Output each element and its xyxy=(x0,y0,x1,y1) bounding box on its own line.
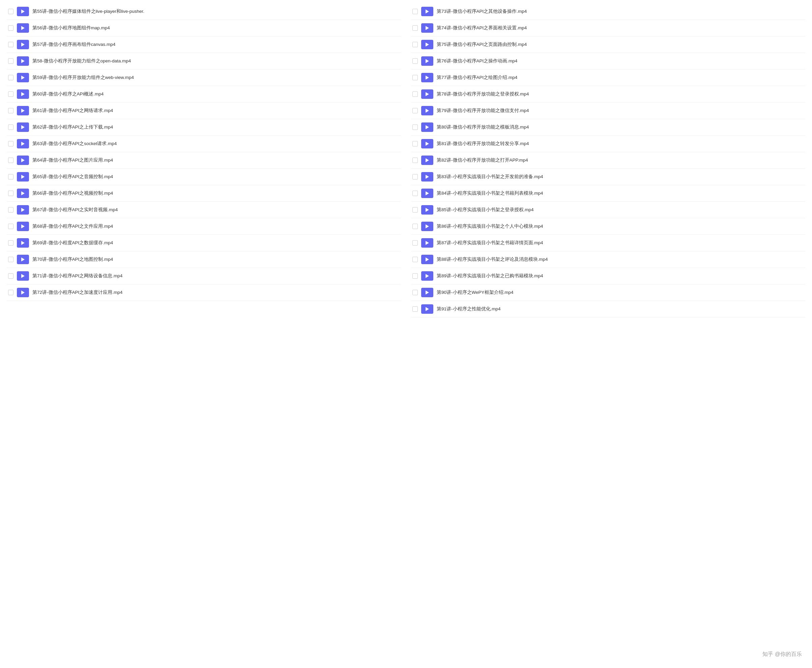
checkbox[interactable] xyxy=(8,58,13,64)
item-label[interactable]: 第65讲-微信小程序API之音频控制.mp4 xyxy=(32,174,113,180)
item-label[interactable]: 第61讲-微信小程序API之网络请求.mp4 xyxy=(32,108,113,114)
checkbox[interactable] xyxy=(8,75,13,80)
checkbox[interactable] xyxy=(8,273,13,279)
item-label[interactable]: 第62讲-微信小程序API之上传下载.mp4 xyxy=(32,124,113,130)
item-label[interactable]: 第56讲-微信小程序地图组件map.mp4 xyxy=(32,25,110,32)
video-icon xyxy=(17,155,29,165)
checkbox[interactable] xyxy=(8,257,13,262)
item-label[interactable]: 第74讲-微信小程序API之界面相关设置.mp4 xyxy=(437,25,527,32)
item-label[interactable]: 第72讲-微信小程序API之加速度计应用.mp4 xyxy=(32,289,122,296)
list-item: 第80讲-微信小程序开放功能之模板消息.mp4 xyxy=(411,119,805,135)
item-label[interactable]: 第69讲-微信小程度API之数据缓存.mp4 xyxy=(32,240,113,246)
checkbox[interactable] xyxy=(8,125,13,130)
checkbox[interactable] xyxy=(8,190,13,196)
list-item: 第74讲-微信小程序API之界面相关设置.mp4 xyxy=(411,20,805,37)
item-label[interactable]: 第66讲-微信小程序API之视频控制.mp4 xyxy=(32,190,113,197)
item-label[interactable]: 第68讲-微信小程序API之文件应用.mp4 xyxy=(32,223,113,230)
item-label[interactable]: 第84讲-小程序实战项目小书架之书籍列表模块.mp4 xyxy=(437,190,543,197)
checkbox[interactable] xyxy=(8,174,13,179)
checkbox[interactable] xyxy=(412,141,418,147)
item-label[interactable]: 第91讲-小程序之性能优化.mp4 xyxy=(437,306,501,312)
item-label[interactable]: 第59讲-微信小程序开放能力组件之web-view.mp4 xyxy=(32,75,134,81)
list-item: 第71讲-微信小程序API之网络设备信息.mp4 xyxy=(7,268,401,284)
checkbox[interactable] xyxy=(412,58,418,64)
item-label[interactable]: 第83讲-小程序实战项目小书架之开发前的准备.mp4 xyxy=(437,174,543,180)
item-label[interactable]: 第55讲-微信小程序媒体组件之live-player和live-pusher. xyxy=(32,8,144,15)
list-item: 第77讲-微信小程序API之绘图介绍.mp4 xyxy=(411,70,805,86)
checkbox[interactable] xyxy=(412,125,418,130)
list-item: 第87讲-小程序实战项目小书架之书籍详情页面.mp4 xyxy=(411,235,805,251)
item-label[interactable]: 第58-微信小程序开放能力组件之open-data.mp4 xyxy=(32,58,131,64)
video-icon xyxy=(421,7,434,16)
checkbox[interactable] xyxy=(412,306,418,312)
video-icon xyxy=(421,73,434,82)
checkbox[interactable] xyxy=(412,224,418,229)
item-label[interactable]: 第67讲-微信小程序API之实时音视频.mp4 xyxy=(32,207,118,213)
video-icon xyxy=(17,7,29,16)
checkbox[interactable] xyxy=(8,42,13,47)
item-label[interactable]: 第89讲-小程序实战项目小书架之已购书籍模块.mp4 xyxy=(437,273,543,279)
list-item: 第68讲-微信小程序API之文件应用.mp4 xyxy=(7,218,401,235)
checkbox[interactable] xyxy=(8,25,13,31)
checkbox[interactable] xyxy=(412,92,418,97)
checkbox[interactable] xyxy=(412,108,418,114)
list-item: 第66讲-微信小程序API之视频控制.mp4 xyxy=(7,185,401,202)
checkbox[interactable] xyxy=(8,224,13,229)
checkbox[interactable] xyxy=(412,174,418,179)
checkbox[interactable] xyxy=(412,157,418,163)
checkbox[interactable] xyxy=(412,290,418,295)
item-label[interactable]: 第78讲-微信小程序开放功能之登录授权.mp4 xyxy=(437,91,529,97)
item-label[interactable]: 第73讲-微信小程序API之其他设备操作.mp4 xyxy=(437,8,527,15)
checkbox[interactable] xyxy=(8,157,13,163)
item-label[interactable]: 第85讲-小程序实战项目小书架之登录授权.mp4 xyxy=(437,207,534,213)
item-label[interactable]: 第81讲-微信小程序开放功能之转发分享.mp4 xyxy=(437,141,529,147)
item-label[interactable]: 第90讲-小程序之WePY框架介绍.mp4 xyxy=(437,289,514,296)
checkbox[interactable] xyxy=(412,190,418,196)
checkbox[interactable] xyxy=(8,9,13,14)
video-icon xyxy=(421,56,434,66)
video-icon xyxy=(421,189,434,198)
item-label[interactable]: 第71讲-微信小程序API之网络设备信息.mp4 xyxy=(32,273,122,279)
video-icon xyxy=(421,89,434,99)
list-item: 第62讲-微信小程序API之上传下载.mp4 xyxy=(7,119,401,135)
checkbox[interactable] xyxy=(412,240,418,245)
checkbox[interactable] xyxy=(8,141,13,147)
list-item: 第67讲-微信小程序API之实时音视频.mp4 xyxy=(7,202,401,218)
item-label[interactable]: 第64讲-微信小程序API之图片应用.mp4 xyxy=(32,157,113,164)
item-label[interactable]: 第57讲-微信小程序画布组件canvas.mp4 xyxy=(32,42,115,48)
video-icon xyxy=(17,222,29,231)
item-label[interactable]: 第70讲-微信小程序API之地图控制.mp4 xyxy=(32,256,113,263)
checkbox[interactable] xyxy=(412,42,418,47)
checkbox[interactable] xyxy=(412,273,418,279)
list-item: 第70讲-微信小程序API之地图控制.mp4 xyxy=(7,251,401,268)
checkbox[interactable] xyxy=(412,25,418,31)
checkbox[interactable] xyxy=(412,9,418,14)
checkbox[interactable] xyxy=(412,207,418,212)
checkbox[interactable] xyxy=(412,257,418,262)
item-label[interactable]: 第82讲-微信小程序开放功能之打开APP.mp4 xyxy=(437,157,528,164)
video-icon xyxy=(17,189,29,198)
list-item: 第89讲-小程序实战项目小书架之已购书籍模块.mp4 xyxy=(411,268,805,284)
checkbox[interactable] xyxy=(8,240,13,245)
video-icon xyxy=(17,40,29,49)
item-label[interactable]: 第63讲-微信小程序API之socket请求.mp4 xyxy=(32,141,117,147)
item-label[interactable]: 第86讲-小程序实战项目小书架之个人中心模块.mp4 xyxy=(437,223,543,230)
item-label[interactable]: 第76讲-微信小程序API之操作动画.mp4 xyxy=(437,58,517,64)
video-icon xyxy=(421,172,434,182)
item-label[interactable]: 第60讲-微信小程序之API概述.mp4 xyxy=(32,91,103,97)
item-label[interactable]: 第75讲-微信小程序API之页面路由控制.mp4 xyxy=(437,42,527,48)
video-icon xyxy=(421,23,434,33)
item-label[interactable]: 第80讲-微信小程序开放功能之模板消息.mp4 xyxy=(437,124,529,130)
item-label[interactable]: 第87讲-小程序实战项目小书架之书籍详情页面.mp4 xyxy=(437,240,543,246)
list-item: 第57讲-微信小程序画布组件canvas.mp4 xyxy=(7,37,401,53)
list-item: 第91讲-小程序之性能优化.mp4 xyxy=(411,301,805,317)
item-label[interactable]: 第88讲-小程序实战项目小书架之评论及消息模块.mp4 xyxy=(437,256,548,263)
checkbox[interactable] xyxy=(8,207,13,212)
item-label[interactable]: 第77讲-微信小程序API之绘图介绍.mp4 xyxy=(437,75,517,81)
checkbox[interactable] xyxy=(412,75,418,80)
checkbox[interactable] xyxy=(8,108,13,114)
video-icon xyxy=(421,155,434,165)
item-label[interactable]: 第79讲-微信小程序开放功能之微信支付.mp4 xyxy=(437,108,529,114)
checkbox[interactable] xyxy=(8,290,13,295)
checkbox[interactable] xyxy=(8,92,13,97)
